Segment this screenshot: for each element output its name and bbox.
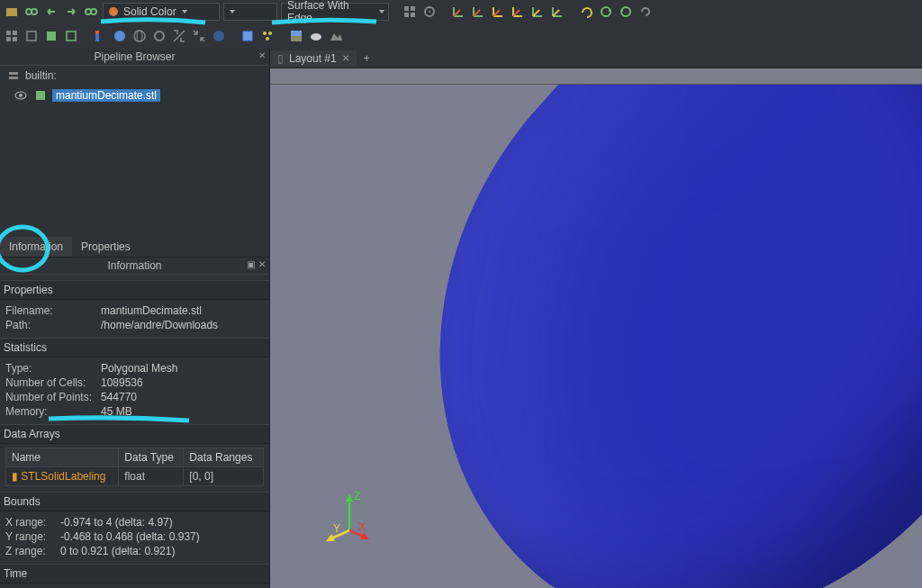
svg-rect-13 xyxy=(6,31,11,35)
color-mode-dropdown[interactable]: Solid Color xyxy=(103,3,220,21)
svg-point-22 xyxy=(114,31,125,41)
svg-rect-15 xyxy=(6,37,11,41)
svg-rect-38 xyxy=(36,91,45,100)
section-bounds: Bounds xyxy=(0,492,269,511)
rotate-cw-icon[interactable] xyxy=(598,4,614,20)
svg-point-26 xyxy=(213,31,224,41)
visibility-eye-icon[interactable] xyxy=(13,87,29,104)
select-rect-icon[interactable] xyxy=(240,28,256,44)
layout-tab-1[interactable]: ▯ Layout #1 ✕ xyxy=(270,50,357,67)
representation-label: Surface With Edge xyxy=(287,0,374,24)
close-tab-icon[interactable]: ✕ xyxy=(342,53,349,63)
svg-text:X: X xyxy=(358,520,366,533)
rot90-icon[interactable] xyxy=(578,4,594,20)
svg-rect-17 xyxy=(27,32,36,41)
svg-rect-18 xyxy=(47,32,56,41)
add-layout-button[interactable]: + xyxy=(357,50,377,67)
cloud-icon[interactable] xyxy=(308,28,324,44)
right-panel: ▯ Layout #1 ✕ + Z X Y xyxy=(270,49,922,588)
render-view-toolbar[interactable] xyxy=(270,68,922,85)
grid-icon[interactable] xyxy=(402,4,418,20)
link-icon[interactable] xyxy=(23,4,40,20)
svg-point-29 xyxy=(268,32,272,35)
rescale-icon[interactable] xyxy=(171,28,187,44)
pipeline-item[interactable]: mantiumDecimate.stl xyxy=(0,86,269,105)
orientation-axes[interactable]: Z X Y xyxy=(322,485,394,557)
svg-marker-40 xyxy=(346,494,353,502)
close-icon[interactable]: ✕ xyxy=(258,259,266,269)
svg-rect-8 xyxy=(411,13,415,17)
center-icon[interactable] xyxy=(421,4,438,20)
open-icon[interactable] xyxy=(4,4,20,20)
svg-text:Y: Y xyxy=(333,522,340,535)
tab-information[interactable]: Information xyxy=(0,237,72,257)
mesh-render xyxy=(305,85,922,588)
svg-point-10 xyxy=(429,11,430,13)
world-icon[interactable] xyxy=(131,28,148,44)
axis1-icon[interactable] xyxy=(450,4,466,20)
svg-point-30 xyxy=(266,37,269,41)
axis4-icon[interactable] xyxy=(510,4,526,20)
server-icon xyxy=(5,68,22,84)
section-properties: Properties xyxy=(0,280,269,300)
shrink-icon[interactable] xyxy=(191,28,207,44)
svg-rect-27 xyxy=(243,32,252,41)
section-data-arrays: Data Arrays xyxy=(0,424,269,444)
sky-icon[interactable] xyxy=(288,28,304,44)
svg-rect-34 xyxy=(9,72,18,75)
svg-rect-32 xyxy=(291,36,302,41)
table-row[interactable]: ▮ STLSolidLabeling float [0, 0] xyxy=(6,467,264,486)
svg-point-37 xyxy=(19,94,23,97)
link2-icon[interactable] xyxy=(83,4,99,20)
pipeline-browser-title: Pipeline Browser ✕ xyxy=(0,49,269,66)
cube-wire-icon[interactable] xyxy=(63,28,79,44)
svg-rect-7 xyxy=(404,13,409,17)
globe-icon[interactable] xyxy=(211,28,227,44)
points-row: Number of Points:544770 xyxy=(5,390,264,404)
rotate-ccw-icon[interactable] xyxy=(618,4,634,20)
cube-green-icon[interactable] xyxy=(43,28,59,44)
svg-rect-14 xyxy=(13,31,17,35)
colormap-dropdown[interactable] xyxy=(223,3,277,21)
pipeline-builtin[interactable]: builtin: xyxy=(0,66,269,86)
svg-rect-31 xyxy=(291,31,302,36)
y-range-row: Y range:-0.468 to 0.468 (delta: 0.937) xyxy=(5,529,264,544)
memory-row: Memory:45 MB xyxy=(5,404,264,419)
refresh-icon[interactable] xyxy=(151,28,167,44)
reload-icon[interactable] xyxy=(637,4,654,20)
collapse-icon[interactable]: ▣ xyxy=(247,259,255,269)
pipeline-browser[interactable]: builtin: mantiumDecimate.stl xyxy=(0,66,269,237)
information-panel[interactable]: Properties Filename:mantiumDecimate.stl … xyxy=(0,275,269,588)
svg-rect-6 xyxy=(411,6,415,11)
path-row: Path:/home/andre/Downloads xyxy=(5,318,264,332)
colorbar-icon[interactable] xyxy=(92,28,108,44)
svg-rect-16 xyxy=(13,37,17,41)
section-statistics: Statistics xyxy=(0,338,269,357)
grid2-icon[interactable] xyxy=(4,28,20,44)
svg-point-25 xyxy=(155,32,164,41)
next-icon[interactable] xyxy=(63,4,79,20)
svg-text:Z: Z xyxy=(354,490,360,502)
close-icon[interactable]: ✕ xyxy=(258,50,266,60)
svg-point-33 xyxy=(311,33,321,41)
axis2-icon[interactable] xyxy=(470,4,486,20)
z-range-row: Z range:0 to 0.921 (delta: 0.921) xyxy=(5,544,264,558)
tab-properties[interactable]: Properties xyxy=(72,237,140,257)
representation-dropdown[interactable]: Surface With Edge xyxy=(281,3,389,21)
file-cube-icon xyxy=(32,87,49,104)
axis6-icon[interactable] xyxy=(549,4,565,20)
prev-icon[interactable] xyxy=(43,4,59,20)
svg-rect-35 xyxy=(9,77,18,79)
axis5-icon[interactable] xyxy=(529,4,546,20)
palette-icon[interactable] xyxy=(112,28,128,44)
mountain-icon[interactable] xyxy=(328,28,344,44)
select-points-icon[interactable] xyxy=(259,28,276,44)
svg-rect-0 xyxy=(6,8,17,16)
table-header: Name Data Type Data Ranges xyxy=(6,448,264,467)
axis3-icon[interactable] xyxy=(490,4,506,20)
data-arrays-table: Name Data Type Data Ranges ▮ STLSolidLab… xyxy=(5,448,264,486)
toolbar-row-1: Solid Color Surface With Edge xyxy=(0,0,922,23)
render-viewport[interactable]: Z X Y xyxy=(270,85,922,588)
cube-outline-icon[interactable] xyxy=(23,28,40,44)
info-properties-tabs: Information Properties xyxy=(0,237,269,258)
